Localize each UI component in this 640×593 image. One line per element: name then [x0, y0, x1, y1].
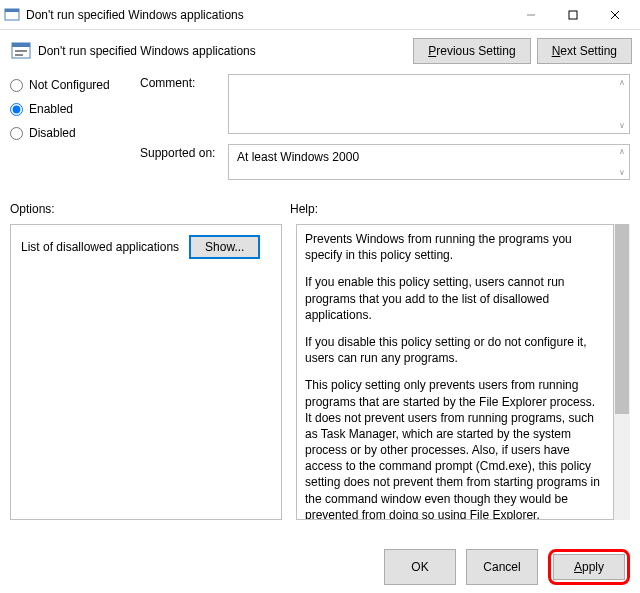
help-label: Help: — [290, 202, 318, 216]
app-icon — [4, 7, 20, 23]
radio-enabled[interactable]: Enabled — [10, 102, 140, 116]
header: Don't run specified Windows applications… — [0, 30, 640, 74]
scroll-up-icon: ∧ — [619, 78, 625, 87]
titlebar: Don't run specified Windows applications — [0, 0, 640, 30]
disallowed-apps-label: List of disallowed applications — [21, 240, 179, 254]
scroll-down-icon: ∨ — [619, 168, 625, 177]
cancel-button[interactable]: Cancel — [466, 549, 538, 585]
radio-enabled-input[interactable] — [10, 103, 23, 116]
radio-disabled[interactable]: Disabled — [10, 126, 140, 140]
show-button[interactable]: Show... — [189, 235, 260, 259]
scroll-up-icon: ∧ — [619, 147, 625, 156]
svg-rect-1 — [5, 9, 19, 12]
svg-rect-8 — [15, 50, 27, 52]
help-scrollbar[interactable] — [614, 224, 630, 520]
svg-rect-7 — [12, 43, 30, 47]
scrollbar-thumb[interactable] — [615, 224, 629, 414]
apply-highlight: Apply — [548, 549, 630, 585]
minimize-button[interactable] — [510, 1, 552, 29]
scroll-down-icon: ∨ — [619, 121, 625, 130]
options-label: Options: — [10, 202, 290, 216]
supported-on-value: At least Windows 2000 — [237, 150, 359, 164]
radio-not-configured[interactable]: Not Configured — [10, 78, 140, 92]
dialog-footer: OK Cancel Apply — [384, 549, 630, 585]
help-text: If you enable this policy setting, users… — [305, 274, 605, 323]
svg-rect-3 — [569, 11, 577, 19]
ok-button[interactable]: OK — [384, 549, 456, 585]
help-text: This policy setting only prevents users … — [305, 377, 605, 520]
maximize-button[interactable] — [552, 1, 594, 29]
next-setting-button[interactable]: Next Setting — [537, 38, 632, 64]
comment-input[interactable]: ∧ ∨ — [228, 74, 630, 134]
supported-label: Supported on: — [140, 144, 228, 180]
header-title: Don't run specified Windows applications — [38, 44, 407, 58]
supported-on-box: At least Windows 2000 ∧ ∨ — [228, 144, 630, 180]
comment-label: Comment: — [140, 74, 228, 134]
help-panel: Prevents Windows from running the progra… — [296, 224, 614, 520]
policy-icon — [10, 40, 32, 62]
svg-rect-9 — [15, 54, 23, 56]
state-radios: Not Configured Enabled Disabled — [10, 74, 140, 150]
help-text: If you disable this policy setting or do… — [305, 334, 605, 366]
previous-setting-button[interactable]: Previous Setting — [413, 38, 530, 64]
window-title: Don't run specified Windows applications — [26, 8, 510, 22]
radio-not-configured-input[interactable] — [10, 79, 23, 92]
help-text: Prevents Windows from running the progra… — [305, 231, 605, 263]
close-button[interactable] — [594, 1, 636, 29]
apply-button[interactable]: Apply — [553, 554, 625, 580]
radio-disabled-input[interactable] — [10, 127, 23, 140]
options-panel: List of disallowed applications Show... — [10, 224, 282, 520]
